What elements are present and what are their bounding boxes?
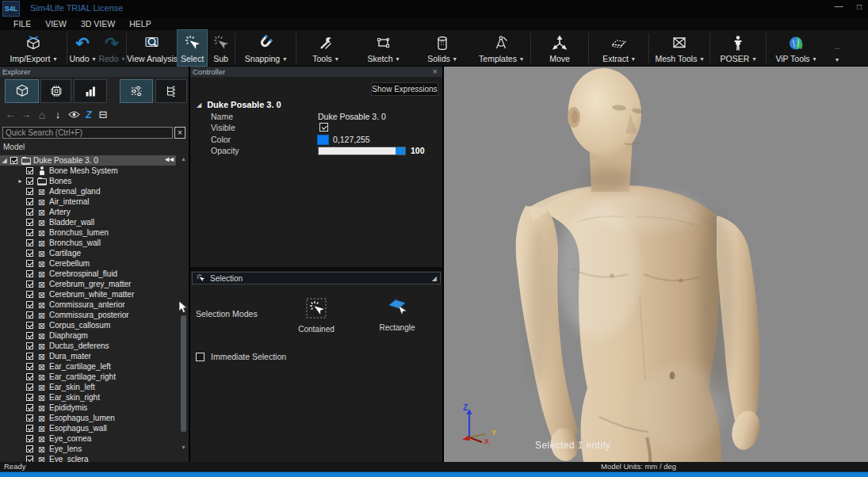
tree-checkbox[interactable] — [26, 311, 33, 319]
zoom-to-entity-icon[interactable]: Z — [82, 108, 95, 121]
minimize-button[interactable]: — — [832, 1, 846, 10]
color-swatch[interactable] — [318, 135, 328, 144]
tree-checkbox[interactable] — [26, 239, 33, 246]
model-tab[interactable] — [5, 79, 39, 103]
goto-selected-icon[interactable]: ↓ — [52, 108, 63, 121]
immediate-selection-checkbox[interactable] — [196, 353, 205, 361]
tree-row[interactable]: Cerebrospinal_fluid — [0, 269, 178, 279]
tree-checkbox[interactable] — [26, 229, 33, 236]
tree-checkbox[interactable] — [26, 384, 33, 391]
home-icon[interactable]: ⌂ — [36, 108, 48, 121]
tree-checkbox[interactable] — [26, 198, 33, 205]
tree-checkbox[interactable] — [26, 404, 33, 411]
tree-checkbox[interactable] — [26, 425, 33, 432]
tree-checkbox[interactable] — [26, 353, 33, 360]
tree-row[interactable]: Bronchus_wall — [0, 238, 178, 248]
move-button[interactable]: Move — [531, 30, 588, 66]
clear-search-button[interactable]: × — [174, 127, 185, 139]
sub-select-button[interactable]: Sub — [207, 30, 235, 66]
tree-checkbox[interactable] — [26, 260, 33, 267]
tree-row[interactable]: Adrenal_gland — [0, 186, 178, 197]
tree-checkbox[interactable] — [26, 167, 33, 174]
tree-row[interactable]: Artery — [0, 207, 178, 217]
tree-row[interactable]: Ear_skin_left — [0, 382, 178, 392]
extract-button[interactable]: Extract▾ — [589, 30, 648, 66]
tree-row[interactable]: Air_internal — [0, 197, 178, 207]
tree-checkbox[interactable] — [26, 342, 33, 349]
close-icon[interactable]: × — [433, 67, 438, 76]
tree-row[interactable]: Commissura_anterior — [0, 300, 178, 310]
tree-checkbox[interactable] — [26, 219, 33, 226]
visibility-eye-icon[interactable] — [67, 108, 81, 121]
contained-mode-option[interactable]: Contained — [285, 298, 348, 334]
menu-item[interactable]: VIEW — [38, 19, 74, 29]
viewport-3d[interactable]: Z X Y Selected 1 entity — [444, 67, 868, 462]
tree-row[interactable]: Dura_mater — [0, 351, 178, 361]
tree-checkbox[interactable] — [26, 291, 33, 298]
tree-root-row[interactable]: ◢ Duke Posable 3. 0 ◄◄ — [0, 155, 176, 166]
tree-checkbox[interactable] — [10, 157, 17, 164]
tree-row[interactable]: Ear_cartilage_left — [0, 361, 178, 372]
quick-search-input[interactable] — [2, 127, 173, 139]
immediate-selection-row[interactable]: Immediate Selection — [196, 352, 286, 361]
show-expressions-button[interactable]: Show Expressions — [371, 82, 438, 96]
menu-item[interactable]: 3D VIEW — [74, 19, 122, 29]
tree-checkbox[interactable] — [26, 363, 33, 370]
back-button[interactable]: ← — [4, 108, 17, 121]
tree-row[interactable]: Bones — [0, 176, 178, 186]
poser-button[interactable]: POSER▾ — [710, 30, 766, 66]
tree-row[interactable]: Esophagus_wall — [0, 423, 178, 433]
expander-icon[interactable] — [16, 177, 25, 185]
view-analysis-button[interactable]: View Analysis — [127, 30, 178, 66]
tree-checkbox[interactable] — [26, 177, 33, 185]
tree-checkbox[interactable] — [26, 301, 33, 308]
expander-icon[interactable]: ◢ — [197, 101, 201, 109]
tree-row[interactable]: Diaphragm — [0, 330, 178, 341]
tree-row[interactable]: Cerebrum_grey_matter — [0, 279, 178, 289]
forward-button[interactable]: → — [20, 108, 33, 121]
scroll-up-icon[interactable]: ▲ — [179, 156, 188, 162]
tree-row[interactable]: Commissura_posterior — [0, 310, 178, 320]
tree-row[interactable]: Ductus_deferens — [0, 341, 178, 351]
tree-checkbox[interactable] — [26, 208, 33, 216]
sketch-button[interactable]: Sketch▾ — [354, 30, 412, 66]
tree-row[interactable]: Cerebellum — [0, 258, 178, 269]
redo-button[interactable]: ↷ Redo▾ — [98, 30, 126, 66]
tree-checkbox[interactable] — [26, 322, 33, 329]
tree-row[interactable]: Ear_skin_right — [0, 392, 178, 403]
tree-checkbox[interactable] — [26, 394, 33, 401]
tree-checkbox[interactable] — [26, 280, 33, 288]
tree-checkbox[interactable] — [26, 188, 33, 195]
tree-row[interactable]: Bladder_wall — [0, 217, 178, 227]
rectangle-mode-option[interactable]: Rectangle — [365, 298, 429, 332]
tree-row[interactable]: Cartilage — [0, 248, 178, 258]
tree-checkbox[interactable] — [26, 250, 33, 257]
tree-checkbox[interactable] — [26, 373, 33, 380]
scroll-down-icon[interactable]: ▼ — [179, 445, 188, 450]
property-group-header[interactable]: ◢ Duke Posable 3. 0 — [197, 100, 281, 109]
color-value[interactable]: 0,127,255 — [333, 135, 370, 144]
snapping-button[interactable]: Snapping▾ — [235, 30, 296, 66]
tree-row[interactable]: Eye_sclera — [0, 454, 178, 462]
controller-tab[interactable] — [120, 79, 153, 103]
scrollbar-thumb[interactable] — [181, 315, 186, 432]
visible-checkbox[interactable] — [319, 123, 328, 132]
tree-row[interactable]: Bone Mesh System — [0, 166, 178, 176]
hierarchy-tab[interactable] — [155, 79, 187, 103]
tree-checkbox[interactable] — [26, 445, 33, 452]
select-button[interactable]: Select — [178, 30, 207, 66]
tree-checkbox[interactable] — [26, 270, 33, 277]
tree-row[interactable]: Esophagus_lumen — [0, 413, 178, 423]
tree-row[interactable]: Epididymis — [0, 403, 178, 413]
jump-to-icon[interactable]: ◄◄ — [163, 155, 173, 163]
mesh-tools-button[interactable]: Mesh Tools▾ — [649, 30, 709, 66]
tree-row[interactable]: Ear_cartilage_right — [0, 372, 178, 382]
tree-checkbox[interactable] — [26, 414, 33, 422]
undo-button[interactable]: ↶ Undo▾ — [67, 30, 98, 66]
tree-checkbox[interactable] — [26, 435, 33, 442]
opacity-slider-handle[interactable] — [396, 147, 405, 155]
maximize-button[interactable]: □ — [852, 2, 866, 11]
analysis-tab[interactable] — [74, 79, 107, 103]
tree-row[interactable]: Eye_cornea — [0, 433, 178, 444]
vip-tools-button[interactable]: ViP Tools▾ — [767, 30, 825, 66]
